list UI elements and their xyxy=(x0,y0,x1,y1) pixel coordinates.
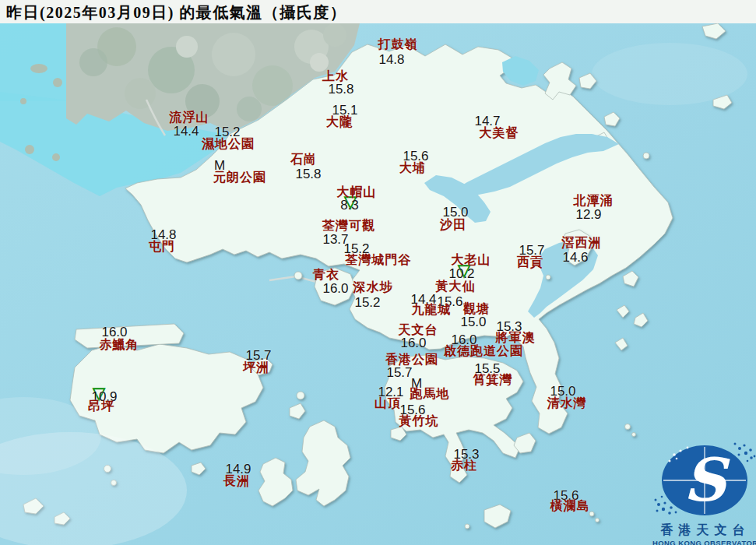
map-title: 昨日(2025年03月09日) 的最低氣溫（攝氏度） xyxy=(6,2,346,23)
station-temperature: 15.0 xyxy=(460,315,486,329)
station-name: 九龍城 xyxy=(412,304,452,316)
station-name: 大帽山 xyxy=(337,186,377,199)
station-name: 筲箕灣 xyxy=(473,374,513,386)
station-name: 黃竹坑 xyxy=(399,415,439,427)
station-temperature: 14.8 xyxy=(378,53,404,66)
station-name: 青衣 xyxy=(313,269,339,281)
stations-layer: ▽ 14.8 打鼓嶺 ▽ 15.8 上水 ▽ 15.1 大隴 ▽ 14.4 流浮… xyxy=(0,0,756,545)
station-temperature: 8.3 xyxy=(340,199,359,212)
station-name: 上水 xyxy=(322,70,349,83)
station-name: 昂坪 xyxy=(88,400,114,413)
station-temperature: 14.7 xyxy=(474,114,500,128)
station-name: 跑馬地 xyxy=(410,388,450,400)
hong-kong-min-temperature-map: 昨日(2025年03月09日) 的最低氣溫（攝氏度） ▽ 14.8 打鼓嶺 ▽ … xyxy=(0,0,756,545)
station-name: 濕地公園 xyxy=(202,138,255,150)
hko-logo-name-zh: 香港天文台 xyxy=(652,522,756,539)
station-name: 元朗公園 xyxy=(213,171,266,184)
station-name: 荃灣可觀 xyxy=(322,220,375,232)
station-name: 沙田 xyxy=(440,219,466,231)
station-temperature: 16.0 xyxy=(400,336,426,350)
station-name: 山頂 xyxy=(374,397,401,410)
station-temperature: M xyxy=(214,159,225,172)
station-name: 橫瀾島 xyxy=(550,500,590,512)
station-temperature: 15.2 xyxy=(214,125,240,139)
station-temperature: 14.4 xyxy=(173,125,199,138)
station-temperature: 10.2 xyxy=(448,267,474,280)
station-name: 將軍澳 xyxy=(496,332,536,344)
hko-logo-name-en: HONG KONG OBSERVATORY xyxy=(652,539,756,545)
station-name: 大美督 xyxy=(480,127,519,139)
station-temperature: 15.0 xyxy=(550,385,575,398)
svg-text:S: S xyxy=(684,445,731,515)
station-temperature: 16.0 xyxy=(322,282,348,295)
station-temperature: 15.6 xyxy=(403,149,428,163)
station-name: 香港公園 xyxy=(385,353,438,366)
station-name: 北潭涌 xyxy=(574,195,614,207)
station-temperature: 15.8 xyxy=(295,167,321,181)
station-temperature: 15.0 xyxy=(442,206,468,219)
station-name: 西貢 xyxy=(517,256,543,269)
station-temperature: 14.6 xyxy=(562,251,588,264)
station-temperature: 14.8 xyxy=(150,228,176,241)
hko-logo-icon: S xyxy=(652,441,756,519)
station-name: 滘西洲 xyxy=(562,237,602,249)
station-name: 屯門 xyxy=(149,241,175,253)
station-name: 觀塘 xyxy=(463,303,490,315)
station-name: 黃大仙 xyxy=(436,280,476,293)
station-temperature: 15.8 xyxy=(328,83,353,96)
station-temperature: 12.9 xyxy=(575,208,601,221)
station-name: 流浮山 xyxy=(170,111,209,124)
station-name: 長洲 xyxy=(223,475,250,487)
station-name: 大隴 xyxy=(326,116,353,128)
station-name: 啟德跑道公園 xyxy=(444,345,523,357)
station-name: 赤柱 xyxy=(451,459,477,472)
station-name: 赤鱲角 xyxy=(100,339,139,351)
station-temperature: 15.7 xyxy=(519,244,544,257)
station-temperature: 14.9 xyxy=(225,462,251,476)
station-name: 清水灣 xyxy=(547,397,587,410)
hko-logo: S 香港天文台 HONG KONG OBSERVATORY xyxy=(652,441,756,545)
station-name: 大老山 xyxy=(452,254,491,266)
station-name: 荃灣城門谷 xyxy=(346,254,412,266)
station-name: 天文台 xyxy=(399,324,438,336)
station-temperature: 15.7 xyxy=(386,366,412,379)
station-name: 坪洲 xyxy=(243,361,269,374)
station-temperature: 16.0 xyxy=(101,325,127,339)
station-temperature: 15.7 xyxy=(245,349,271,362)
station-temperature: 15.2 xyxy=(354,296,380,309)
station-name: 打鼓嶺 xyxy=(378,38,418,51)
station-name: 深水埗 xyxy=(353,281,393,294)
station-temperature: 15.1 xyxy=(332,104,357,117)
station-name: 石崗 xyxy=(290,153,317,166)
station-name: 大埔 xyxy=(399,162,426,174)
